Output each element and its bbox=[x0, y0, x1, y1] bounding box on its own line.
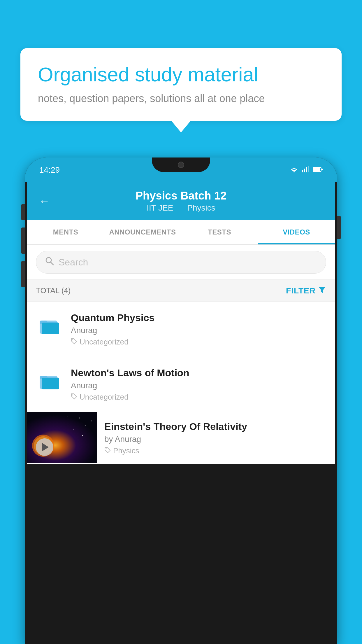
svg-point-22 bbox=[68, 416, 68, 417]
svg-line-8 bbox=[51, 262, 53, 265]
video-title-2: Newton's Laws of Motion bbox=[71, 367, 326, 379]
back-button[interactable]: ← bbox=[39, 195, 50, 207]
power-button bbox=[337, 216, 341, 239]
filter-bar: TOTAL (4) FILTER bbox=[27, 280, 335, 302]
phone-notch bbox=[152, 158, 210, 172]
play-button-3[interactable] bbox=[36, 438, 53, 456]
silent-button bbox=[21, 261, 25, 287]
filter-button[interactable]: FILTER bbox=[286, 286, 326, 296]
video-item-1[interactable]: Quantum Physics Anurag Uncategorized bbox=[27, 302, 335, 357]
svg-point-21 bbox=[82, 435, 83, 436]
svg-rect-3 bbox=[308, 166, 309, 172]
video-title-3: Einstein's Theory Of Relativity bbox=[104, 421, 328, 432]
svg-rect-0 bbox=[302, 170, 303, 172]
video-item-3[interactable]: Einstein's Theory Of Relativity by Anura… bbox=[27, 412, 335, 464]
volume-down-button bbox=[21, 228, 25, 254]
volume-up-button bbox=[21, 204, 25, 220]
camera-dot bbox=[178, 162, 184, 168]
category-label-2: Uncategorized bbox=[80, 393, 129, 402]
svg-point-19 bbox=[91, 421, 92, 421]
video-info-1: Quantum Physics Anurag Uncategorized bbox=[71, 312, 326, 346]
video-info-2: Newton's Laws of Motion Anurag Uncategor… bbox=[71, 367, 326, 402]
phone-frame: 14:29 bbox=[25, 158, 337, 644]
tag-icon-3 bbox=[104, 446, 111, 455]
filter-label: FILTER bbox=[286, 286, 316, 295]
filter-icon bbox=[318, 286, 326, 296]
svg-point-20 bbox=[73, 429, 74, 430]
tab-ments[interactable]: MENTS bbox=[27, 220, 104, 244]
search-icon bbox=[45, 256, 54, 268]
svg-point-25 bbox=[106, 448, 107, 449]
app-header-subtitle: IIT JEE Physics bbox=[39, 203, 323, 213]
svg-rect-5 bbox=[313, 168, 320, 171]
video-category-3: Physics bbox=[104, 446, 328, 455]
tab-tests[interactable]: TESTS bbox=[181, 220, 258, 244]
video-author-1: Anurag bbox=[71, 326, 326, 335]
tabs-bar: MENTS ANNOUNCEMENTS TESTS VIDEOS bbox=[27, 220, 335, 245]
video-list: Quantum Physics Anurag Uncategorized bbox=[27, 302, 335, 464]
speech-bubble: Organised study material notes, question… bbox=[20, 48, 342, 121]
svg-rect-1 bbox=[304, 169, 305, 172]
video-category-2: Uncategorized bbox=[71, 393, 326, 402]
bubble-title: Organised study material bbox=[38, 63, 324, 87]
thumbnail-bg bbox=[27, 412, 97, 463]
video-info-3: Einstein's Theory Of Relativity by Anura… bbox=[97, 412, 335, 464]
tab-announcements[interactable]: ANNOUNCEMENTS bbox=[104, 220, 181, 244]
svg-point-17 bbox=[79, 418, 80, 419]
search-container: Search bbox=[27, 245, 335, 280]
subtitle-iitjee: IIT JEE bbox=[147, 203, 173, 212]
folder-icon-2 bbox=[36, 367, 62, 393]
category-label-1: Uncategorized bbox=[80, 337, 129, 346]
search-bar[interactable]: Search bbox=[36, 251, 326, 274]
battery-icon bbox=[313, 167, 323, 173]
bubble-subtitle: notes, question papers, solutions all at… bbox=[38, 92, 324, 105]
video-item-2[interactable]: Newton's Laws of Motion Anurag Uncategor… bbox=[27, 357, 335, 412]
status-bar: 14:29 bbox=[25, 158, 337, 182]
video-author-2: Anurag bbox=[71, 381, 326, 390]
svg-point-15 bbox=[72, 395, 73, 396]
wifi-icon bbox=[290, 166, 298, 174]
phone-screen: ← Physics Batch 12 IIT JEE Physics MENTS… bbox=[27, 182, 335, 464]
tab-videos[interactable]: VIDEOS bbox=[258, 220, 335, 244]
svg-marker-9 bbox=[319, 287, 326, 293]
app-header-title: Physics Batch 12 bbox=[39, 190, 323, 202]
video-author-3: by Anurag bbox=[104, 435, 328, 444]
tag-icon-2 bbox=[71, 393, 77, 402]
total-count: TOTAL (4) bbox=[36, 286, 71, 295]
status-icons bbox=[290, 166, 323, 174]
subtitle-physics: Physics bbox=[187, 203, 215, 212]
app-header: ← Physics Batch 12 IIT JEE Physics bbox=[27, 182, 335, 220]
svg-rect-2 bbox=[306, 167, 307, 172]
svg-rect-6 bbox=[321, 169, 323, 170]
tag-icon-1 bbox=[71, 337, 77, 346]
svg-point-12 bbox=[72, 340, 73, 340]
status-time: 14:29 bbox=[39, 165, 60, 175]
video-title-1: Quantum Physics bbox=[71, 312, 326, 323]
category-label-3: Physics bbox=[113, 446, 139, 455]
play-triangle-icon bbox=[42, 443, 49, 451]
search-placeholder: Search bbox=[59, 257, 88, 268]
video-category-1: Uncategorized bbox=[71, 337, 326, 346]
video-thumbnail-3 bbox=[27, 412, 97, 463]
folder-icon-1 bbox=[36, 312, 62, 338]
svg-point-18 bbox=[85, 425, 86, 426]
signal-icon bbox=[302, 166, 309, 174]
